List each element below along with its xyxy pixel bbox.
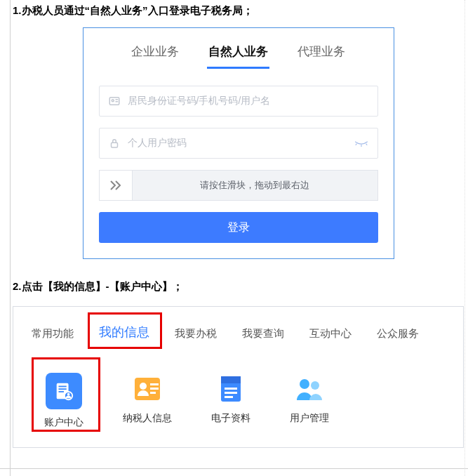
svg-rect-12	[150, 388, 159, 390]
svg-point-1	[112, 100, 114, 102]
svg-rect-16	[225, 388, 237, 390]
captcha-slider[interactable]: 请按住滑块，拖动到最右边	[99, 170, 378, 201]
id-placeholder: 居民身份证号码/手机号码/用户名	[128, 95, 369, 107]
login-tabs: 企业业务 自然人业务 代理业务	[99, 41, 378, 69]
tile-label: 用户管理	[290, 412, 329, 425]
tile-label: 账户中心	[44, 416, 83, 429]
svg-rect-4	[59, 386, 67, 388]
login-button[interactable]: 登录	[99, 212, 378, 243]
svg-point-19	[300, 379, 309, 389]
tile-account-center[interactable]: 账户中心	[44, 373, 83, 429]
tab-enterprise[interactable]: 企业业务	[130, 41, 180, 69]
nav-card: 常用功能 我的信息 我要办税 我要查询 互动中心 公众服务 账户中心	[13, 306, 464, 448]
svg-rect-2	[111, 143, 117, 147]
svg-point-10	[140, 383, 147, 390]
taxpayer-info-icon	[131, 373, 163, 405]
nav-tabs: 常用功能 我的信息 我要办税 我要查询 互动中心 公众服务	[29, 319, 448, 349]
show-password-icon[interactable]	[354, 139, 369, 147]
step2-text: 2.点击【我的信息】-【账户中心】；	[13, 280, 464, 293]
id-input[interactable]: 居民身份证号码/手机号码/用户名	[99, 86, 378, 117]
tile-label: 纳税人信息	[123, 412, 172, 425]
lock-icon	[108, 137, 121, 150]
password-input[interactable]: 个人用户密码	[99, 128, 378, 159]
tile-taxpayer-info[interactable]: 纳税人信息	[123, 373, 172, 429]
slider-track-text: 请按住滑块，拖动到最右边	[133, 170, 378, 201]
tiles: 账户中心 纳税人信息	[29, 373, 448, 429]
svg-rect-6	[59, 391, 65, 392]
login-card: 企业业务 自然人业务 代理业务 居民身份证号码/手机号码/用户名 个人用户密码	[83, 27, 394, 259]
svg-rect-5	[59, 388, 67, 390]
svg-rect-15	[221, 376, 241, 383]
svg-rect-17	[225, 392, 237, 394]
nav-tab-public[interactable]: 公众服务	[374, 323, 422, 349]
tile-e-docs[interactable]: 电子资料	[211, 373, 250, 429]
id-card-icon	[108, 95, 121, 107]
nav-tab-common[interactable]: 常用功能	[29, 323, 76, 349]
tile-label: 电子资料	[211, 412, 250, 425]
nav-tab-query[interactable]: 我要查询	[239, 323, 287, 349]
e-docs-icon	[215, 373, 247, 405]
svg-rect-13	[150, 392, 156, 394]
nav-tab-handle[interactable]: 我要办税	[172, 323, 220, 349]
slider-handle[interactable]	[99, 170, 133, 201]
account-center-icon	[46, 373, 82, 409]
tile-user-mgmt[interactable]: 用户管理	[290, 373, 329, 429]
step1-text: 1.办税人员通过“自然人业务”入口登录电子税务局；	[13, 4, 464, 18]
double-chevron-icon	[109, 180, 123, 191]
tab-individual[interactable]: 自然人业务	[207, 41, 269, 69]
nav-tab-interact[interactable]: 互动中心	[307, 323, 354, 349]
svg-rect-11	[150, 383, 159, 385]
user-mgmt-icon	[293, 373, 326, 405]
svg-point-8	[67, 393, 70, 396]
svg-rect-18	[225, 396, 233, 398]
nav-tab-myinfo[interactable]: 我的信息	[96, 319, 152, 349]
pw-placeholder: 个人用户密码	[128, 137, 354, 150]
svg-point-20	[311, 381, 319, 390]
tab-agent[interactable]: 代理业务	[296, 41, 347, 69]
